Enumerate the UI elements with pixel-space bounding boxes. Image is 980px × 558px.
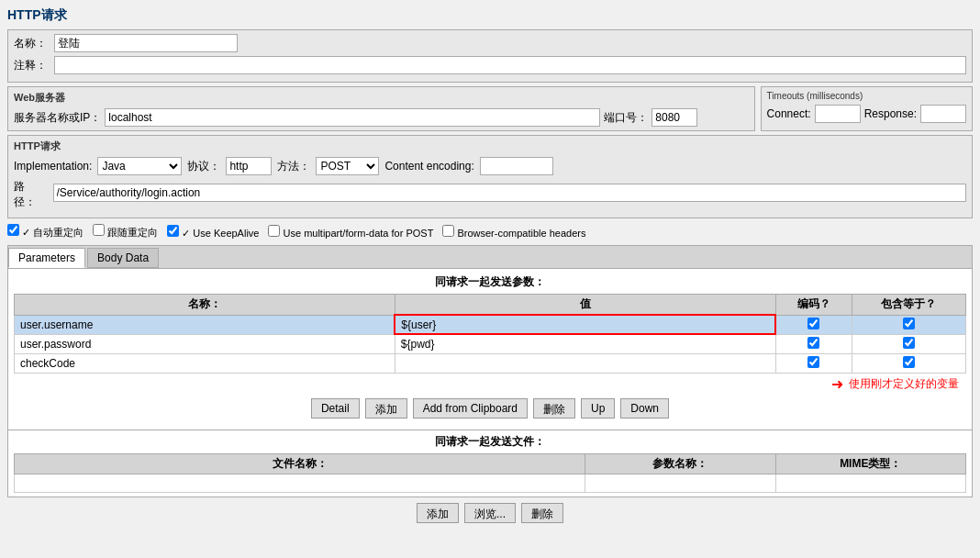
port-input[interactable]: [651, 108, 697, 127]
bottom-delete-button[interactable]: 删除: [521, 503, 563, 523]
params-header: 同请求一起发送参数：: [14, 274, 966, 290]
keepalive-checkbox[interactable]: ✓ Use KeepAlive: [167, 225, 259, 240]
encoding-label: Content encoding:: [384, 160, 473, 173]
web-server-title: Web服务器: [14, 91, 749, 105]
name-input[interactable]: [54, 34, 238, 52]
col-value-header: 值: [395, 295, 775, 316]
connect-label: Connect:: [767, 107, 811, 120]
multipart-checkbox[interactable]: Use multipart/form-data for POST: [268, 225, 433, 239]
files-header: 同请求一起发送文件：: [14, 434, 966, 450]
bottom-add-button[interactable]: 添加: [417, 503, 459, 523]
response-label: Response:: [864, 107, 917, 120]
param-encode-cell[interactable]: [775, 353, 852, 373]
params-section: 同请求一起发送参数： 名称： 值 编码？ 包含等于？ user.username…: [8, 269, 972, 430]
path-input[interactable]: [53, 184, 966, 202]
comment-input[interactable]: [54, 56, 966, 74]
col-name-header: 名称：: [15, 295, 395, 316]
protocol-input[interactable]: [226, 157, 272, 175]
files-table-row: [15, 474, 966, 492]
http-request-title: HTTP请求: [14, 140, 966, 153]
bottom-browse-button[interactable]: 浏览...: [464, 503, 516, 523]
tab-parameters[interactable]: Parameters: [8, 248, 85, 268]
server-input[interactable]: [105, 108, 600, 127]
down-button[interactable]: Down: [620, 398, 669, 418]
param-value-cell[interactable]: ${user}: [395, 315, 775, 334]
param-name-cell[interactable]: user.username: [15, 315, 395, 334]
col-encode-header: 编码？: [775, 295, 852, 316]
col-filename-header: 文件名称：: [15, 453, 585, 474]
file-mime-cell: [775, 474, 965, 492]
port-label: 端口号：: [604, 110, 648, 126]
add-button[interactable]: 添加: [365, 398, 407, 418]
up-button[interactable]: Up: [581, 398, 615, 418]
encoding-input[interactable]: [480, 157, 553, 175]
response-input[interactable]: [920, 105, 966, 123]
auto-redirect-checkbox[interactable]: ✓ 自动重定向: [7, 224, 84, 240]
files-table: 文件名称： 参数名称： MIME类型：: [14, 453, 966, 493]
impl-label: Implementation:: [14, 160, 92, 173]
col-include-header: 包含等于？: [852, 295, 965, 316]
name-label: 名称：: [14, 36, 50, 51]
add-from-clipboard-button[interactable]: Add from Clipboard: [413, 398, 528, 418]
page-title: HTTP请求: [7, 7, 973, 24]
comment-label: 注释：: [14, 58, 50, 73]
impl-select[interactable]: Java HttpClient3.1 HttpClient4: [97, 157, 182, 175]
arrow-icon: ➜: [831, 375, 843, 393]
params-table: 名称： 值 编码？ 包含等于？ user.username${user}user…: [14, 294, 966, 374]
param-include-cell[interactable]: [852, 315, 965, 334]
params-table-row[interactable]: user.username${user}: [15, 315, 966, 334]
param-name-cell[interactable]: checkCode: [15, 353, 395, 373]
follow-redirect-checkbox[interactable]: 跟随重定向: [93, 224, 158, 240]
param-value-cell[interactable]: [395, 353, 775, 373]
file-name-cell: [15, 474, 585, 492]
timeouts-title: Timeouts (milliseconds): [767, 91, 966, 101]
param-name-cell[interactable]: user.password: [15, 334, 395, 353]
param-include-cell[interactable]: [852, 353, 965, 373]
files-section: 同请求一起发送文件： 文件名称： 参数名称： MIME类型：: [8, 430, 972, 497]
connect-input[interactable]: [815, 105, 861, 123]
path-label: 路径：: [14, 179, 46, 210]
col-mime-header: MIME类型：: [775, 453, 965, 474]
annotation-text: 使用刚才定义好的变量: [849, 376, 959, 392]
params-table-row[interactable]: checkCode: [15, 353, 966, 373]
browser-headers-checkbox[interactable]: Browser-compatible headers: [442, 225, 585, 239]
tabs-header: Parameters Body Data: [8, 246, 972, 269]
delete-button[interactable]: 删除: [533, 398, 575, 418]
server-label: 服务器名称或IP：: [14, 110, 101, 126]
method-select[interactable]: POST GET PUT DELETE: [316, 157, 379, 175]
protocol-label: 协议：: [187, 159, 220, 174]
detail-button[interactable]: Detail: [311, 398, 360, 418]
param-encode-cell[interactable]: [775, 315, 852, 334]
method-label: 方法：: [277, 159, 310, 174]
col-param-header: 参数名称：: [585, 453, 775, 474]
file-param-cell: [585, 474, 775, 492]
bottom-buttons-row: 添加 浏览... 删除: [7, 503, 973, 523]
param-value-cell[interactable]: ${pwd}: [395, 334, 775, 353]
param-include-cell[interactable]: [852, 334, 965, 353]
params-buttons-row: Detail 添加 Add from Clipboard 删除 Up Down: [14, 398, 966, 418]
tab-body-data[interactable]: Body Data: [87, 248, 159, 268]
params-table-row[interactable]: user.password${pwd}: [15, 334, 966, 353]
param-encode-cell[interactable]: [775, 334, 852, 353]
